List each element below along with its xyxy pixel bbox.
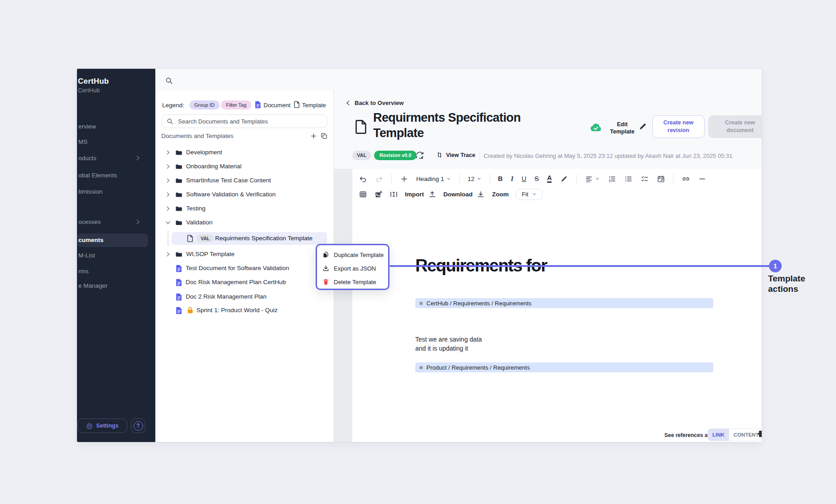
menu-item-export-json[interactable]: Export as JSON <box>317 262 388 275</box>
create-new-document-button[interactable]: Create newdocument <box>708 115 762 138</box>
tree-row-software-validation[interactable]: Software Validation & Verification <box>155 188 333 201</box>
insert-plus-icon[interactable] <box>400 175 408 183</box>
clipped-icon <box>758 429 762 438</box>
sidebar-item-processes[interactable]: ocesses <box>77 216 155 228</box>
legend-template-label: Template <box>302 102 326 109</box>
help-button[interactable]: ? <box>131 418 145 433</box>
chevron-down-icon[interactable] <box>165 220 171 225</box>
ordered-list-icon[interactable] <box>608 175 616 183</box>
create-new-revision-button[interactable]: Create newrevision <box>652 115 705 138</box>
toolbar-separator <box>576 174 577 184</box>
brand-subtitle: CertHub <box>78 87 100 94</box>
reference-bar-product[interactable]: ≡ Product / Requirements / Requirements <box>415 362 713 372</box>
menu-item-delete-template[interactable]: Delete Template <box>317 276 388 288</box>
tree-row-smartinfuse[interactable]: SmartInfuse Test Case Content <box>155 174 333 187</box>
chevron-right-icon[interactable] <box>165 252 171 257</box>
tree-row-development[interactable]: Development <box>155 146 333 159</box>
tree-row-doc2-risk-plan[interactable]: Doc 2 Risk Management Plan <box>155 290 333 303</box>
chevron-right-icon <box>135 155 141 161</box>
search-input[interactable] <box>177 118 322 125</box>
document-icon <box>176 279 183 286</box>
calendar-edit-icon[interactable] <box>657 175 665 183</box>
link-segment[interactable]: LINK <box>708 429 729 441</box>
tree-row-label: Testing <box>186 205 206 212</box>
sidebar-item-qms[interactable]: MS <box>77 136 155 148</box>
toolbar-separator <box>459 174 460 184</box>
zoom-fit-dropdown[interactable]: Fit <box>516 189 542 200</box>
sidebar-item-m-list[interactable]: M-List <box>77 249 155 262</box>
legend-document-label: Document <box>264 102 290 109</box>
legend-filter-tag-pill: Filter Tag <box>221 100 251 109</box>
redo-icon[interactable] <box>375 175 383 183</box>
document-page[interactable]: Requirements for ≡ CertHub / Requirement… <box>352 203 762 442</box>
sidebar-item-submission[interactable]: bmission <box>77 185 155 198</box>
link-icon[interactable] <box>682 175 690 183</box>
undo-icon[interactable] <box>359 175 367 183</box>
tree-search-box[interactable] <box>162 114 327 128</box>
menu-item-label: Duplicate Template <box>334 252 384 258</box>
folder-icon <box>175 205 183 212</box>
folder-icon <box>175 149 183 156</box>
global-search-icon[interactable] <box>165 77 173 85</box>
sidebar-item-forms[interactable]: rms <box>77 265 155 278</box>
sidebar-item-file-manager[interactable]: e Manager <box>77 280 155 292</box>
chevron-right-icon[interactable] <box>165 206 171 211</box>
bullet-list-icon[interactable] <box>624 175 632 183</box>
checklist-icon[interactable] <box>640 175 649 183</box>
insert-table-icon[interactable] <box>359 190 367 198</box>
collapse-all-icon[interactable] <box>321 133 327 139</box>
strikethrough-button[interactable]: S <box>534 175 539 182</box>
heading-style-dropdown[interactable]: Heading 1 <box>416 176 451 182</box>
tree-row-wisop[interactable]: WI,SOP Template <box>155 248 333 261</box>
screenshot-canvas: CertHub CertHub erview MS oducts obal El… <box>0 0 836 504</box>
chevron-right-icon[interactable] <box>165 164 171 169</box>
folder-icon <box>175 251 183 258</box>
tree-row-doc-risk-plan[interactable]: Doc Risk Management Plan CertHub <box>155 276 333 289</box>
search-icon <box>167 118 173 125</box>
header-divider <box>480 150 480 161</box>
tree-row-testing[interactable]: Testing <box>155 202 333 215</box>
sidebar-item-documents[interactable]: cuments <box>77 233 148 247</box>
content-segment[interactable]: CONTENT <box>729 429 762 441</box>
view-trace-button[interactable]: View Trace <box>436 151 475 159</box>
pencil-icon[interactable] <box>639 123 647 130</box>
sidebar-item-global-elements[interactable]: obal Elements <box>77 169 155 182</box>
tree-row-test-document[interactable]: Test Document for Software Validation <box>155 262 333 275</box>
sidebar-item-products[interactable]: oducts <box>77 152 155 165</box>
add-icon[interactable] <box>310 133 317 139</box>
chevron-right-icon[interactable] <box>165 178 171 183</box>
document-icon <box>176 307 183 314</box>
edit-template-button[interactable]: EditTemplate <box>608 121 637 135</box>
text-color-button[interactable]: A <box>547 175 552 183</box>
underline-button[interactable]: U <box>522 175 526 182</box>
sync-icon[interactable] <box>415 151 424 160</box>
settings-button[interactable]: Settings <box>77 418 127 433</box>
page-width-icon[interactable] <box>389 190 398 198</box>
insert-image-icon[interactable] <box>374 190 382 198</box>
back-to-overview-link[interactable]: Back to Overview <box>345 100 404 106</box>
annotation-number-badge: 1 <box>769 260 782 272</box>
tree-row-label: Onboarding Material <box>186 163 241 170</box>
align-dropdown[interactable] <box>585 175 600 183</box>
menu-item-label: Export as JSON <box>334 265 376 272</box>
references-mode-toggle: LINK CONTENT <box>707 428 762 441</box>
tree-row-sprint-quiz[interactable]: Sprint 1: Product World - Quiz <box>155 304 333 317</box>
download-button[interactable]: Download <box>443 190 485 198</box>
highlighter-icon[interactable] <box>560 175 568 183</box>
trash-icon <box>322 278 329 285</box>
bold-button[interactable]: B <box>498 175 503 182</box>
chevron-right-icon[interactable] <box>165 150 171 155</box>
folder-icon <box>175 177 183 184</box>
horizontal-rule-icon[interactable] <box>698 175 706 183</box>
reference-bar-certhub[interactable]: ≡ CertHub / Requirements / Requirements <box>415 298 713 308</box>
sidebar-item-overview[interactable]: erview <box>77 120 155 133</box>
import-button[interactable]: Import <box>405 190 436 198</box>
italic-button[interactable]: I <box>511 175 514 183</box>
tree-row-selected-template[interactable]: VAL Requirments Specification Template <box>172 232 327 245</box>
chevron-right-icon[interactable] <box>165 192 171 197</box>
tree-row-onboarding[interactable]: Onboarding Material <box>155 160 333 173</box>
tree-row-validation[interactable]: Validation <box>155 216 333 229</box>
font-size-dropdown[interactable]: 12 <box>468 176 481 182</box>
menu-item-duplicate-template[interactable]: Duplicate Template <box>317 248 388 261</box>
tree-indent-guide <box>168 231 168 246</box>
